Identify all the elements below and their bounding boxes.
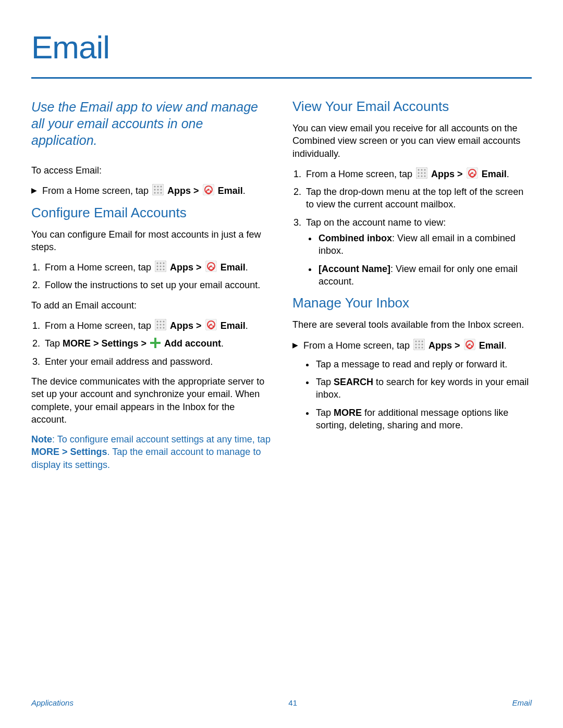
email-label: Email	[482, 169, 507, 179]
apps-icon	[155, 319, 166, 330]
configure-heading: Configure Email Accounts	[31, 205, 271, 221]
list-item: Tap the drop-down menu at the top left o…	[304, 186, 532, 211]
email-label: Email	[218, 186, 243, 196]
manage-lead: There are several tools available from t…	[292, 318, 532, 331]
text: Tap	[45, 338, 63, 349]
text: Tap	[316, 377, 334, 387]
sep: >	[193, 262, 204, 273]
text: From a Home screen, tap	[42, 186, 151, 196]
list-item: Tap on the account name to view: Combine…	[304, 216, 532, 288]
period: .	[221, 338, 224, 349]
email-label: Email	[479, 340, 504, 351]
text: From a Home screen, tap	[45, 262, 154, 273]
email-icon	[205, 319, 217, 330]
list-item: [Account Name]: View email for only one …	[317, 263, 532, 288]
manage-arrow-content: From a Home screen, tap Apps > Email. Ta…	[303, 339, 532, 437]
manage-arrow: ▶ From a Home screen, tap Apps > Email. …	[292, 339, 532, 437]
footer-page-number: 41	[288, 698, 297, 707]
sep: >	[193, 320, 204, 331]
period: .	[246, 262, 248, 273]
apps-icon	[155, 261, 166, 272]
view-heading: View Your Email Accounts	[292, 98, 532, 115]
period: .	[504, 340, 507, 351]
add-account-label: Add account	[164, 338, 221, 349]
text: From a Home screen, tap	[45, 320, 154, 331]
email-icon	[467, 167, 478, 179]
email-icon	[205, 261, 217, 272]
footer-left: Applications	[31, 698, 74, 707]
list-item: From a Home screen, tap Apps > Email.	[304, 167, 532, 180]
apps-label: Apps	[170, 262, 193, 273]
text: From a Home screen, tap	[306, 169, 415, 179]
list-item: Follow the instructions to set up your e…	[43, 279, 271, 291]
right-column: View Your Email Accounts You can view em…	[292, 98, 532, 471]
list-item: Enter your email address and password.	[43, 355, 271, 368]
list-item: From a Home screen, tap Apps > Email.	[43, 261, 271, 274]
manage-heading: Manage Your Inbox	[292, 295, 532, 311]
apps-label: Apps	[167, 186, 191, 196]
sep: >	[452, 340, 463, 351]
email-label: Email	[221, 320, 246, 331]
bullet-label: [Account Name]	[319, 264, 390, 274]
text: From a Home screen, tap	[303, 340, 412, 351]
apps-label: Apps	[431, 169, 455, 179]
access-step: ▶ From a Home screen, tap Apps > Email.	[31, 184, 271, 197]
apps-icon	[416, 167, 427, 179]
email-icon	[203, 184, 214, 195]
list-item: Tap SEARCH to search for key words in yo…	[315, 376, 532, 401]
content-columns: Use the Email app to view and manage all…	[31, 98, 532, 471]
apps-icon	[413, 339, 425, 350]
view-lead: You can view email you receive for all a…	[292, 122, 532, 160]
configure-steps: From a Home screen, tap Apps > Email. Fo…	[31, 261, 271, 292]
sep: >	[191, 186, 202, 196]
list-item: From a Home screen, tap Apps > Email.	[43, 319, 271, 332]
apps-icon	[152, 184, 164, 195]
view-steps: From a Home screen, tap Apps > Email. Ta…	[292, 167, 532, 288]
path-text: MORE > Settings >	[63, 338, 149, 349]
footer-right: Email	[512, 698, 532, 707]
apps-label: Apps	[429, 340, 452, 351]
period: .	[243, 186, 246, 196]
text: Tap	[316, 408, 334, 418]
left-column: Use the Email app to view and manage all…	[31, 98, 271, 471]
list-item: Combined inbox: View all email in a comb…	[317, 232, 532, 257]
note-path: MORE > Settings	[31, 447, 107, 457]
email-icon	[464, 339, 475, 350]
sep: >	[455, 169, 466, 179]
play-icon: ▶	[31, 184, 37, 196]
title-rule	[31, 77, 532, 79]
play-icon: ▶	[292, 339, 298, 351]
list-item: Tap MORE > Settings > Add account.	[43, 337, 271, 350]
apps-label: Apps	[170, 320, 193, 331]
configure-lead: You can configure Email for most account…	[31, 228, 271, 254]
bullet-label: Combined inbox	[319, 233, 392, 243]
add-lead: To add an Email account:	[31, 299, 271, 312]
access-lead: To access Email:	[31, 164, 271, 177]
email-label: Email	[221, 262, 246, 273]
intro-text: Use the Email app to view and manage all…	[31, 98, 271, 149]
page-footer: Applications 41 Email	[31, 698, 532, 707]
add-steps: From a Home screen, tap Apps > Email. Ta…	[31, 319, 271, 368]
period: .	[246, 320, 248, 331]
more-label: MORE	[334, 408, 362, 418]
list-item: Tap MORE for additional message options …	[315, 406, 532, 432]
page-title: Email	[31, 29, 532, 66]
list-item: Tap a message to read and reply or forwa…	[315, 358, 532, 371]
configure-post: The device communicates with the appropr…	[31, 375, 271, 426]
text: Tap on the account name to view:	[306, 217, 446, 228]
note-label: Note	[31, 434, 52, 445]
manage-bullets: Tap a message to read and reply or forwa…	[303, 358, 532, 431]
period: .	[507, 169, 509, 179]
configure-note: Note: To configure email account setting…	[31, 433, 271, 471]
access-step-text: From a Home screen, tap Apps > Email.	[42, 184, 271, 197]
note-text: : To configure email account settings at…	[52, 434, 271, 445]
search-label: SEARCH	[334, 377, 373, 387]
view-bullets: Combined inbox: View all email in a comb…	[306, 232, 532, 288]
plus-icon	[150, 338, 161, 348]
